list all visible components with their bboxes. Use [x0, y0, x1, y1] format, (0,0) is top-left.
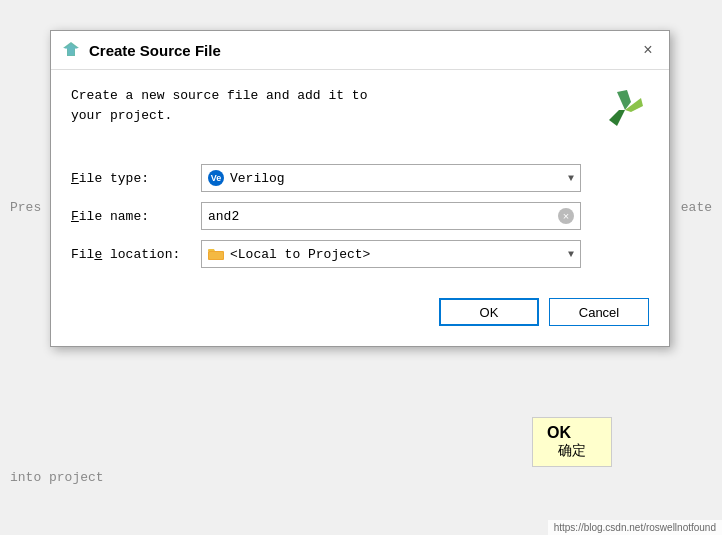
file-name-input-wrapper: × [201, 202, 581, 230]
file-location-dropdown-content: <Local to Project> [208, 246, 370, 262]
file-location-dropdown[interactable]: <Local to Project> ▼ [201, 240, 581, 268]
buttons-row: OK Cancel [71, 298, 649, 326]
file-type-control-cell: Ve Verilog ▼ [201, 164, 649, 192]
file-location-control-cell: <Local to Project> ▼ [201, 240, 649, 268]
file-location-label-text: location: [102, 247, 180, 262]
dialog-title-text: Create Source File [89, 42, 221, 59]
close-button[interactable]: × [637, 39, 659, 61]
ok-tooltip: OK 确定 [532, 417, 612, 467]
file-name-input[interactable] [208, 209, 558, 224]
file-type-label: File type: [71, 164, 201, 192]
form-table: File type: Ve Verilog ▼ [71, 154, 649, 278]
file-location-row: File location: <Local to Project> [71, 240, 649, 268]
file-name-row: File name: × [71, 202, 649, 230]
file-type-value: Verilog [230, 171, 285, 186]
bg-text-bottom: into project [10, 470, 104, 485]
app-logo-icon [601, 86, 649, 134]
verilog-icon: Ve [208, 170, 224, 186]
file-type-dropdown-content: Ve Verilog [208, 170, 285, 186]
file-type-dropdown[interactable]: Ve Verilog ▼ [201, 164, 581, 192]
url-bar: https://blog.csdn.net/roswellnotfound [548, 520, 722, 535]
create-source-file-dialog: Create Source File × Create a new source… [50, 30, 670, 347]
file-name-control-cell: × [201, 202, 649, 230]
file-location-label: File location: [71, 240, 201, 268]
description-row: Create a new source file and add it to y… [71, 86, 649, 134]
dialog-titlebar: Create Source File × [51, 31, 669, 70]
cancel-button[interactable]: Cancel [549, 298, 649, 326]
ok-button[interactable]: OK [439, 298, 539, 326]
folder-icon [208, 246, 224, 262]
file-type-dropdown-arrow: ▼ [568, 173, 574, 184]
svg-rect-3 [209, 252, 223, 259]
dialog-title-icon [61, 40, 81, 60]
description-text: Create a new source file and add it to y… [71, 86, 367, 125]
tooltip-confirm-text: 确定 [547, 442, 597, 460]
bg-text-right: eate [681, 200, 712, 215]
bg-text-left: Pres [10, 200, 41, 215]
file-name-label-text: ile name: [79, 209, 149, 224]
file-type-row: File type: Ve Verilog ▼ [71, 164, 649, 192]
dialog-body: Create a new source file and add it to y… [51, 70, 669, 346]
file-location-dropdown-arrow: ▼ [568, 249, 574, 260]
tooltip-ok-text: OK [547, 424, 597, 442]
file-type-label-text: ile type: [79, 171, 149, 186]
dialog-title-left: Create Source File [61, 40, 221, 60]
file-location-value: <Local to Project> [230, 247, 370, 262]
file-name-label: File name: [71, 202, 201, 230]
svg-marker-1 [64, 44, 78, 55]
file-name-clear-button[interactable]: × [558, 208, 574, 224]
